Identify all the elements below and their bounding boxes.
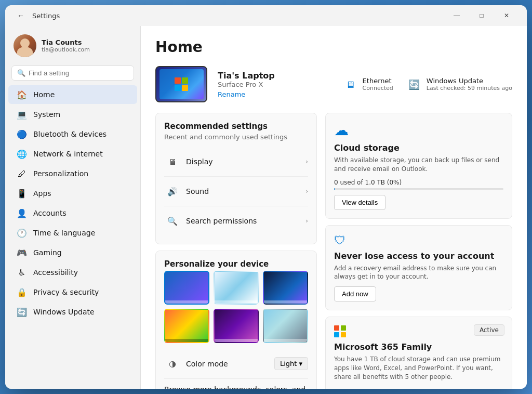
theme-item-5[interactable] bbox=[214, 309, 259, 343]
maximize-button[interactable]: □ bbox=[470, 7, 494, 24]
sidebar-item-personalization[interactable]: 🖊 Personalization bbox=[8, 164, 137, 183]
cloud-storage-card: ☁ Cloud storage With available storage, … bbox=[325, 113, 512, 219]
windows-logo bbox=[175, 77, 188, 91]
account-security-title: Never lose access to your account bbox=[334, 251, 503, 261]
windows-update-icon: 🔄 bbox=[406, 76, 422, 93]
content-area: Home Tia's Laptop Surface Pro bbox=[140, 26, 527, 389]
cloud-storage-desc: With available storage, you can back up … bbox=[334, 156, 503, 174]
device-name: Tia's Laptop bbox=[218, 71, 331, 81]
display-label: Display bbox=[186, 157, 305, 166]
status-items: 🖥 Ethernet Connected 🔄 Windows Update La… bbox=[342, 76, 512, 93]
avatar bbox=[14, 34, 36, 57]
privacy-icon: 🔒 bbox=[17, 287, 27, 297]
storage-bar bbox=[334, 188, 503, 190]
sidebar-item-system[interactable]: 💻 System bbox=[8, 105, 137, 124]
sidebar-item-apps[interactable]: 📱 Apps bbox=[8, 184, 137, 203]
search-icon: 🔍 bbox=[17, 69, 25, 77]
sidebar-item-privacy[interactable]: 🔒 Privacy & security bbox=[8, 283, 137, 301]
shield-icon: 🛡 bbox=[334, 234, 503, 247]
home-icon: 🏠 bbox=[17, 89, 27, 100]
sidebar-item-home[interactable]: 🏠 Home bbox=[8, 85, 137, 104]
titlebar: ← Settings — □ ✕ bbox=[5, 5, 527, 26]
minimize-button[interactable]: — bbox=[445, 7, 469, 24]
settings-window: ← Settings — □ ✕ Tia Counts tia@outlook.… bbox=[5, 5, 527, 389]
sound-label: Sound bbox=[186, 187, 305, 195]
search-permissions-icon: 🔍 bbox=[164, 213, 181, 229]
sound-setting-row[interactable]: 🔊 Sound › bbox=[164, 177, 308, 206]
theme-item-6[interactable] bbox=[263, 309, 308, 343]
account-security-desc: Add a recovery email address to make sur… bbox=[334, 264, 503, 282]
display-setting-row[interactable]: 🖥 Display › bbox=[164, 147, 308, 177]
network-icon: 🌐 bbox=[17, 149, 27, 159]
recommended-subtitle: Recent and commonly used settings bbox=[164, 133, 308, 141]
page-title: Home bbox=[155, 38, 512, 56]
view-details-button[interactable]: View details bbox=[334, 195, 385, 210]
sidebar-item-label: Time & language bbox=[33, 229, 95, 237]
sidebar-item-label: Personalization bbox=[33, 169, 88, 178]
theme-item-3[interactable] bbox=[263, 271, 308, 305]
sidebar-item-label: Bluetooth & devices bbox=[33, 130, 107, 138]
sidebar-item-accounts[interactable]: 👤 Accounts bbox=[8, 204, 137, 222]
ethernet-label: Ethernet bbox=[363, 77, 393, 85]
color-mode-row[interactable]: ◑ Color mode Light ▾ bbox=[164, 349, 308, 379]
sound-icon: 🔊 bbox=[164, 183, 181, 200]
user-section[interactable]: Tia Counts tia@outlook.com bbox=[5, 30, 140, 63]
browse-themes-row[interactable]: Browse more backgrounds, colors, and the… bbox=[164, 379, 308, 389]
accessibility-icon: ♿ bbox=[17, 267, 27, 278]
user-info: Tia Counts tia@outlook.com bbox=[42, 38, 90, 53]
personalization-icon: 🖊 bbox=[17, 168, 27, 179]
right-column: ☁ Cloud storage With available storage, … bbox=[325, 113, 512, 389]
search-box[interactable]: 🔍 bbox=[11, 65, 134, 81]
display-chevron-icon: › bbox=[305, 158, 308, 165]
theme-grid bbox=[164, 271, 308, 343]
left-column: Recommended settings Recent and commonly… bbox=[155, 113, 317, 389]
color-mode-chevron-icon: ▾ bbox=[299, 360, 302, 367]
sidebar: Tia Counts tia@outlook.com 🔍 🏠 Home 💻 Sy… bbox=[5, 26, 140, 389]
theme-item-4[interactable] bbox=[164, 309, 209, 343]
close-button[interactable]: ✕ bbox=[495, 7, 518, 24]
search-chevron-icon: › bbox=[305, 217, 308, 225]
sidebar-item-bluetooth[interactable]: 🔵 Bluetooth & devices bbox=[8, 125, 137, 143]
windows-update-status: 🔄 Windows Update Last checked: 59 minute… bbox=[406, 76, 512, 93]
bluetooth-icon: 🔵 bbox=[17, 129, 27, 139]
sidebar-item-accessibility[interactable]: ♿ Accessibility bbox=[8, 263, 137, 282]
gaming-icon: 🎮 bbox=[17, 247, 27, 258]
device-image bbox=[155, 66, 207, 102]
ethernet-status: 🖥 Ethernet Connected bbox=[342, 76, 393, 93]
window-controls: — □ ✕ bbox=[445, 7, 518, 24]
sidebar-item-time[interactable]: 🕐 Time & language bbox=[8, 224, 137, 242]
sidebar-item-label: Windows Update bbox=[33, 308, 95, 316]
sidebar-item-network[interactable]: 🌐 Network & internet bbox=[8, 145, 137, 163]
theme-item-1[interactable] bbox=[164, 271, 209, 305]
color-mode-value: Light bbox=[280, 360, 297, 367]
back-button[interactable]: ← bbox=[14, 8, 28, 23]
cloud-storage-title: Cloud storage bbox=[334, 143, 503, 153]
user-email: tia@outlook.com bbox=[42, 46, 90, 53]
sidebar-item-label: Privacy & security bbox=[33, 288, 99, 296]
accounts-icon: 👤 bbox=[17, 208, 27, 218]
main-area: Tia Counts tia@outlook.com 🔍 🏠 Home 💻 Sy… bbox=[5, 26, 527, 389]
sidebar-item-gaming[interactable]: 🎮 Gaming bbox=[8, 243, 137, 262]
device-bar: Tia's Laptop Surface Pro X Rename 🖥 Ethe… bbox=[155, 66, 512, 102]
browse-themes-label: Browse more backgrounds, colors, and the… bbox=[164, 385, 305, 389]
account-security-card: 🛡 Never lose access to your account Add … bbox=[325, 225, 512, 311]
microsoft365-card: Active Microsoft 365 Family You have 1 T… bbox=[325, 317, 512, 389]
add-now-button[interactable]: Add now bbox=[334, 286, 376, 301]
time-icon: 🕐 bbox=[17, 228, 27, 238]
personalize-card: Personalize your device bbox=[155, 251, 317, 389]
update-icon: 🔄 bbox=[17, 307, 27, 317]
update-substatus: Last checked: 59 minutes ago bbox=[427, 85, 512, 91]
device-rename-button[interactable]: Rename bbox=[218, 90, 331, 98]
theme-item-2[interactable] bbox=[214, 271, 259, 305]
system-icon: 💻 bbox=[17, 109, 27, 120]
sound-chevron-icon: › bbox=[305, 188, 308, 195]
sidebar-item-update[interactable]: 🔄 Windows Update bbox=[8, 303, 137, 321]
search-permissions-label: Search permissions bbox=[186, 217, 305, 225]
user-name: Tia Counts bbox=[42, 38, 90, 46]
microsoft365-logo bbox=[334, 325, 347, 338]
search-input[interactable] bbox=[29, 69, 128, 77]
color-mode-select[interactable]: Light ▾ bbox=[274, 357, 308, 370]
search-setting-row[interactable]: 🔍 Search permissions › bbox=[164, 206, 308, 235]
sidebar-item-label: Gaming bbox=[33, 248, 62, 257]
apps-icon: 📱 bbox=[17, 188, 27, 199]
